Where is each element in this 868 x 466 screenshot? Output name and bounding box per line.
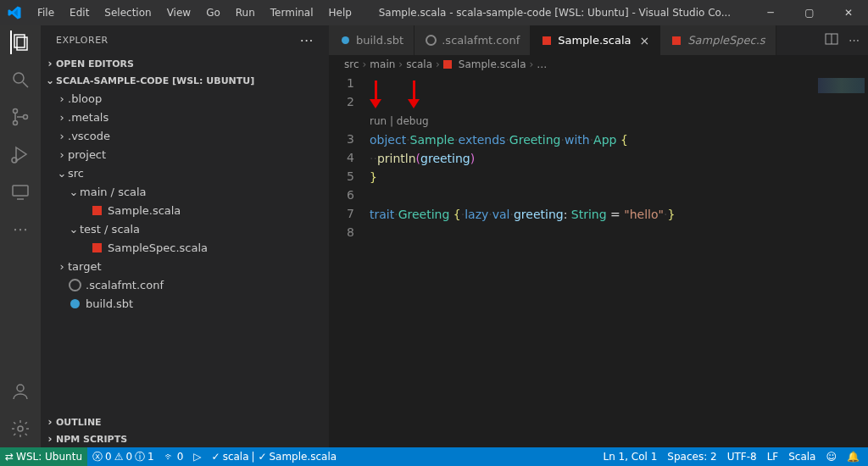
outline-label: OUTLINE [56, 417, 102, 428]
tree-folder[interactable]: ›target [41, 257, 329, 275]
cursor-position[interactable]: Ln 1, Col 1 [598, 447, 662, 466]
svg-point-4 [14, 109, 18, 114]
code-editor[interactable]: 12345678 run | debug object·Sample·exten… [329, 74, 868, 447]
settings-gear-icon[interactable] [10, 419, 31, 439]
config-file-icon [68, 278, 81, 291]
window-title: Sample.scala - scala-sample-code [WSL: U… [359, 7, 751, 19]
activity-bar: ⋯ [0, 25, 41, 447]
tab-samplespec[interactable]: SampleSpec.s [660, 25, 776, 55]
open-editors-section[interactable]: ›OPEN EDITORS [41, 55, 329, 72]
svg-rect-9 [13, 186, 28, 196]
editor-group: build.sbt .scalafmt.conf Sample.scala× S… [329, 25, 868, 447]
tree-folder[interactable]: ⌄main / scala [41, 182, 329, 201]
file-tree: ›.bloop ›.metals ›.vscode ›project ⌄src … [41, 89, 329, 413]
run-debug-icon[interactable] [10, 144, 31, 164]
open-editors-label: OPEN EDITORS [56, 58, 134, 69]
source-control-icon[interactable] [10, 107, 31, 127]
explorer-sidebar: EXPLORER ⋯ ›OPEN EDITORS ⌄SCALA-SAMPLE-C… [41, 25, 329, 447]
svg-point-6 [24, 115, 28, 119]
error-icon: ⓧ [92, 450, 103, 464]
language-mode[interactable]: Scala [783, 447, 821, 466]
tree-file-scalafmt[interactable]: .scalafmt.conf [41, 275, 329, 294]
info-icon: ⓘ [135, 450, 145, 464]
scala-file-icon [90, 203, 103, 217]
sbt-file-icon [68, 297, 81, 310]
outline-section[interactable]: ›OUTLINE [41, 413, 329, 430]
tree-folder[interactable]: ›.metals [41, 108, 329, 126]
line-numbers: 12345678 [329, 74, 370, 447]
status-bar: ⇄WSL: Ubuntu ⓧ0 ⚠0 ⓘ1 ᯤ0 ▷ ✓ scala | ✓ S… [0, 447, 868, 466]
menu-edit[interactable]: Edit [63, 3, 96, 22]
feedback-icon[interactable]: ☺ [821, 447, 842, 466]
ports[interactable]: ᯤ0 [159, 447, 189, 466]
debug-icon[interactable]: ▷ [188, 447, 206, 466]
menu-help[interactable]: Help [322, 3, 359, 22]
split-editor-icon[interactable] [825, 32, 838, 48]
warning-icon: ⚠ [114, 451, 124, 463]
explorer-more-icon[interactable]: ⋯ [300, 32, 314, 48]
minimize-button[interactable]: ─ [751, 0, 790, 25]
remote-explorer-icon[interactable] [10, 181, 31, 202]
scala-file-icon [443, 58, 455, 70]
eol[interactable]: LF [762, 447, 784, 466]
tab-buildsbt[interactable]: build.sbt [329, 25, 415, 55]
tree-file-buildsbt[interactable]: build.sbt [41, 294, 329, 313]
menu-selection[interactable]: Selection [97, 3, 158, 22]
codelens[interactable]: run | debug [370, 115, 429, 127]
broadcast-icon: ᯤ [164, 451, 175, 463]
metals-scala[interactable]: ✓ scala | ✓ Sample.scala [207, 447, 342, 466]
account-icon[interactable] [10, 381, 31, 402]
menu-run[interactable]: Run [229, 3, 262, 22]
menu-terminal[interactable]: Terminal [264, 3, 320, 22]
svg-point-12 [18, 426, 23, 431]
svg-line-3 [23, 82, 28, 87]
tree-folder[interactable]: ⌄src [41, 164, 329, 182]
svg-point-2 [14, 73, 24, 83]
editor-more-icon[interactable]: ⋯ [849, 34, 860, 47]
menu-view[interactable]: View [160, 3, 198, 22]
problems[interactable]: ⓧ0 ⚠0 ⓘ1 [87, 447, 159, 466]
svg-marker-7 [16, 147, 26, 161]
editor-tabs: build.sbt .scalafmt.conf Sample.scala× S… [329, 25, 868, 55]
menu-file[interactable]: File [31, 3, 61, 22]
npm-scripts-label: NPM SCRIPTS [56, 434, 127, 445]
config-file-icon [425, 35, 437, 47]
menu-bar: File Edit Selection View Go Run Terminal… [31, 3, 359, 22]
npm-scripts-section[interactable]: ›NPM SCRIPTS [41, 430, 329, 447]
notifications-icon[interactable]: 🔔 [842, 447, 868, 466]
tree-folder[interactable]: ›.vscode [41, 126, 329, 145]
title-bar: File Edit Selection View Go Run Terminal… [0, 0, 868, 25]
window-controls: ─ ▢ ✕ [751, 0, 868, 25]
tree-file-samplespec[interactable]: SampleSpec.scala [41, 238, 329, 257]
explorer-header: EXPLORER ⋯ [41, 25, 329, 55]
close-tab-icon[interactable]: × [640, 34, 650, 47]
close-button[interactable]: ✕ [829, 0, 868, 25]
svg-point-5 [14, 121, 18, 125]
tree-folder[interactable]: ›project [41, 145, 329, 164]
tab-scalafmt[interactable]: .scalafmt.conf [415, 25, 531, 55]
tree-folder[interactable]: ›.bloop [41, 89, 329, 108]
svg-point-11 [17, 385, 24, 391]
code-content[interactable]: run | debug object·Sample·extends·Greeti… [370, 74, 868, 447]
encoding[interactable]: UTF-8 [722, 447, 762, 466]
menu-go[interactable]: Go [199, 3, 227, 22]
scala-file-icon [670, 35, 682, 47]
ellipsis-icon[interactable]: ⋯ [10, 219, 31, 239]
maximize-button[interactable]: ▢ [790, 0, 829, 25]
tree-folder[interactable]: ⌄test / scala [41, 219, 329, 238]
sbt-file-icon [339, 35, 351, 47]
scala-file-icon [541, 35, 553, 47]
tree-file-sample[interactable]: Sample.scala [41, 201, 329, 219]
tab-sample[interactable]: Sample.scala× [531, 25, 660, 55]
explorer-icon[interactable] [10, 32, 31, 53]
remote-indicator[interactable]: ⇄WSL: Ubuntu [0, 447, 87, 466]
workspace-label: SCALA-SAMPLE-CODE [WSL: UBUNTU] [56, 75, 254, 86]
indentation[interactable]: Spaces: 2 [662, 447, 721, 466]
vscode-logo-icon [7, 5, 22, 20]
explorer-title: EXPLORER [56, 35, 108, 46]
breadcrumb[interactable]: src› main› scala› Sample.scala›… [329, 55, 868, 74]
remote-icon: ⇄ [5, 451, 14, 463]
search-icon[interactable] [10, 69, 31, 90]
scala-file-icon [90, 241, 103, 254]
workspace-section[interactable]: ⌄SCALA-SAMPLE-CODE [WSL: UBUNTU] [41, 72, 329, 89]
